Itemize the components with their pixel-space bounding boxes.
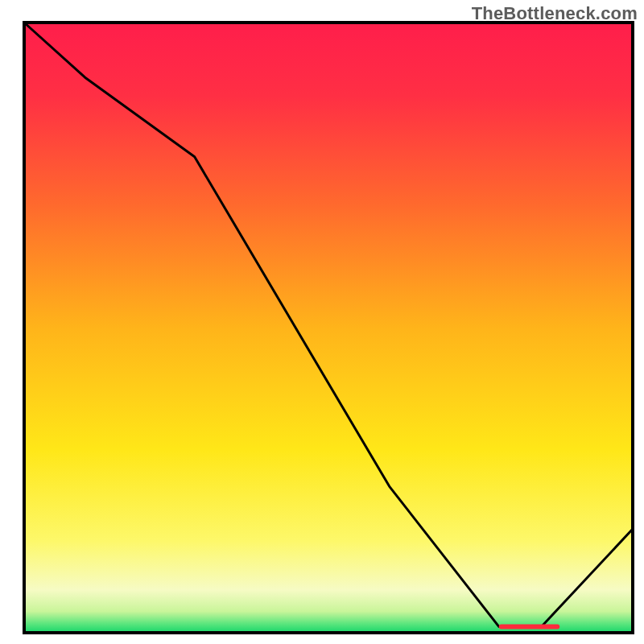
chart-container: TheBottleneck.com <box>0 0 644 644</box>
gradient-background <box>24 23 633 633</box>
optimum-marker <box>499 624 560 629</box>
bottleneck-chart <box>0 0 644 644</box>
watermark-text: TheBottleneck.com <box>472 3 638 24</box>
